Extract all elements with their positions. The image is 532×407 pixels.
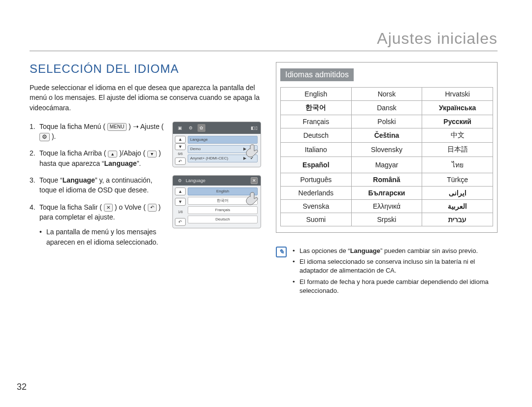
two-column-layout: SELECCIÓN DEL IDIOMA Puede seleccionar e… <box>30 62 498 297</box>
screenshot-title: Language <box>186 178 205 183</box>
language-cell: Slovensky <box>351 143 422 157</box>
language-cell: Hrvatski <box>422 88 493 101</box>
close-button[interactable]: ✕ <box>251 177 258 184</box>
language-cell: Norsk <box>351 88 422 101</box>
language-cell: עברית <box>422 213 493 226</box>
step-body: Toque la ficha Arriba ( ▴ )/Abajo ( ▾ ) … <box>39 148 166 168</box>
notes-block: ✎ Las opciones de “Language” pueden camb… <box>276 247 498 297</box>
steps-list: 1. Toque la ficha Menú ( MENU ) ➝ Ajuste… <box>30 122 166 249</box>
key-menu-icon: MENU <box>107 123 127 131</box>
up-key-icon: ▴ <box>108 151 117 157</box>
step-number: 2. <box>30 148 39 168</box>
language-cell: Suomi <box>281 213 352 226</box>
language-cell: Português <box>281 173 352 187</box>
language-cell: Magyar <box>351 157 422 173</box>
language-cell: Español <box>281 157 352 173</box>
language-cell: Français <box>281 115 352 128</box>
language-cell: Svenska <box>281 200 352 213</box>
language-cell: العربية <box>422 200 493 213</box>
left-column: SELECCIÓN DEL IDIOMA Puede seleccionar e… <box>30 62 261 297</box>
languages-table: EnglishNorskHrvatski한국어DanskУкраїнськаFr… <box>280 87 493 226</box>
language-cell: Български <box>351 187 422 200</box>
language-cell: Srpski <box>351 213 422 226</box>
up-button[interactable]: ▲ <box>175 136 186 143</box>
header-rule <box>30 51 498 51</box>
step-number: 4. <box>30 202 39 249</box>
down-button[interactable]: ▼ <box>175 198 186 206</box>
touch-finger-icon <box>244 190 261 210</box>
language-cell: Deutsch <box>281 128 352 143</box>
language-cell: Italiano <box>281 143 352 157</box>
step-body: Toque la ficha Salir ( ✕ ) o Volve ( ↶ )… <box>39 202 166 249</box>
language-cell: Українська <box>422 101 493 115</box>
down-key-icon: ▾ <box>147 151 157 157</box>
page-indicator: 1/8 <box>175 208 186 216</box>
touch-finger-icon <box>244 143 261 162</box>
language-cell: ایرانی <box>422 187 493 200</box>
manual-page: Ajustes iniciales SELECCIÓN DEL IDIOMA P… <box>0 0 532 407</box>
page-number: 32 <box>17 382 27 392</box>
sub-bullet: La pantalla de menú y los mensajes apare… <box>39 227 166 247</box>
page-indicator: 6/6 <box>175 150 186 157</box>
battery-icon: ◧▯ <box>251 125 258 130</box>
language-cell: 한국어 <box>281 101 352 115</box>
screenshot-settings-menu: ▣ ⚙ ✿ ◧▯ ▲ ▼ 6/6 ↶ <box>172 122 261 167</box>
back-button[interactable]: ↶ <box>175 157 186 165</box>
gear-icon: ⚙ <box>176 177 184 185</box>
intro-text: Puede seleccionar el idioma en el que de… <box>30 83 261 113</box>
camera-icon: ▣ <box>176 124 184 132</box>
step-number: 1. <box>30 122 39 142</box>
notes-list: Las opciones de “Language” pueden cambia… <box>293 247 498 297</box>
language-cell: 日本語 <box>422 143 493 157</box>
x-key-icon: ✕ <box>104 204 113 212</box>
language-cell: Dansk <box>351 101 422 115</box>
language-cell: English <box>281 88 352 101</box>
language-cell: Nederlands <box>281 187 352 200</box>
supported-badge: Idiomas admitidos <box>280 68 354 81</box>
right-column: Idiomas admitidos EnglishNorskHrvatski한국… <box>276 62 498 297</box>
note-item: El idioma seleccionado se conserva inclu… <box>293 257 498 275</box>
screenshots-column: ▣ ⚙ ✿ ◧▯ ▲ ▼ 6/6 ↶ <box>172 122 261 256</box>
film-icon: ⚙ <box>187 124 195 132</box>
settings-tab-icon: ✿ <box>198 124 205 132</box>
back-key-icon: ↶ <box>148 204 157 212</box>
language-cell: Русский <box>422 115 493 128</box>
up-button[interactable]: ▲ <box>175 188 186 195</box>
language-cell: Ελληνικά <box>351 200 422 213</box>
note-item: Las opciones de “Language” pueden cambia… <box>293 247 498 255</box>
note-icon: ✎ <box>276 247 287 257</box>
language-cell: 中文 <box>422 128 493 143</box>
section-title: SELECCIÓN DEL IDIOMA <box>30 62 261 76</box>
note-item: El formato de fecha y hora puede cambiar… <box>293 278 498 295</box>
screenshot-language-list: ⚙ Language ✕ ▲ ▼ 1/8 ↶ <box>172 175 261 228</box>
step-body: Toque la ficha Menú ( MENU ) ➝ Ajuste ( … <box>39 122 166 142</box>
language-cell: Română <box>351 173 422 187</box>
step-number: 3. <box>30 175 39 195</box>
back-button[interactable]: ↶ <box>175 218 186 226</box>
language-cell: Türkçe <box>422 173 493 187</box>
gear-icon <box>39 133 50 141</box>
header-title: Ajustes iniciales <box>30 30 498 48</box>
step-body: Toque “Language” y, a continuación, toqu… <box>39 175 166 195</box>
supported-languages-box: Idiomas admitidos EnglishNorskHrvatski한국… <box>276 62 498 233</box>
down-button[interactable]: ▼ <box>175 143 186 151</box>
lang-row-german[interactable]: Deutsch <box>188 216 258 223</box>
language-cell: ไทย <box>422 157 493 173</box>
language-cell: Polski <box>351 115 422 128</box>
language-cell: Čeština <box>351 128 422 143</box>
